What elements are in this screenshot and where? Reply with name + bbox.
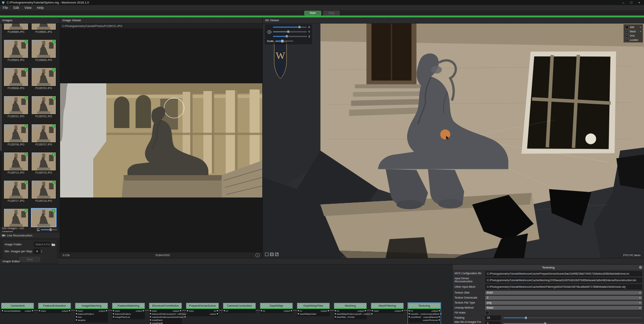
input-port[interactable]: ini bbox=[408, 309, 413, 312]
graph-node[interactable]: PrepareDenseScene input ini bbox=[186, 303, 219, 324]
input-port[interactable]: input bbox=[112, 309, 120, 312]
display-toggle[interactable]: ✓ SfM × bbox=[625, 25, 641, 29]
graph-node[interactable]: MeshFiltering input output bbox=[371, 303, 404, 324]
menu-item[interactable]: Edit bbox=[11, 6, 22, 10]
output-port[interactable]: extraInfoFolder bbox=[168, 316, 186, 319]
output-port[interactable]: output bbox=[320, 309, 330, 312]
thumbnail-photo[interactable]: ✓ bbox=[3, 124, 29, 143]
input-port[interactable] bbox=[186, 312, 187, 316]
input-port[interactable]: input bbox=[38, 309, 46, 312]
toggle-close-icon[interactable]: × bbox=[640, 26, 641, 29]
close-button[interactable]: × bbox=[638, 1, 640, 4]
axis-slider[interactable] bbox=[273, 36, 307, 37]
stepper-down-icon[interactable]: ▼ bbox=[41, 251, 42, 253]
thumbnail-photo[interactable]: ✓ bbox=[3, 152, 29, 171]
image-folder-field[interactable]: Select a Folder bbox=[34, 242, 50, 247]
input-port[interactable]: ini bbox=[260, 309, 265, 312]
graph-node[interactable]: CameraInit sensorDatabase output bbox=[1, 303, 34, 324]
graph-node[interactable]: StructureFromMotion input output bbox=[149, 303, 182, 324]
graph-node[interactable]: DepthMap ini output bbox=[260, 303, 293, 324]
image-thumbnail[interactable]: ✓ P1155715.JPG bbox=[31, 152, 57, 180]
input-port[interactable]: input bbox=[186, 309, 194, 312]
output-port[interactable]: output bbox=[394, 309, 404, 312]
output-port[interactable]: ini bbox=[214, 309, 219, 312]
graph-node[interactable]: DepthMapFilter ini output bbox=[297, 303, 330, 324]
thumbnail-photo[interactable]: ✓ bbox=[3, 208, 29, 227]
toggle-checkbox[interactable]: ✓ bbox=[625, 30, 629, 33]
image-thumbnail[interactable]: ✓ P1155706.JPG bbox=[3, 123, 29, 152]
input-port[interactable]: initialPairA bbox=[149, 319, 163, 322]
slider-value-field[interactable]: 3 bbox=[485, 321, 501, 324]
output-port[interactable] bbox=[255, 309, 256, 312]
graph-node-title[interactable]: FeatureMatching bbox=[112, 303, 145, 308]
image-thumbnail[interactable]: ✓ P1155695.JPG bbox=[31, 39, 57, 67]
thumbnail-photo[interactable]: ✓ bbox=[3, 24, 29, 30]
input-port[interactable]: depthMapFolder bbox=[334, 312, 354, 316]
output-port[interactable]: outputD...ruction bbox=[354, 312, 373, 316]
thumbnail-photo[interactable]: ✓ bbox=[31, 208, 56, 227]
file-path-field[interactable]: C:/PhotogrammetryTutorial/MeshroomCache/… bbox=[485, 271, 642, 276]
graph-editor-canvas[interactable]: CameraInit sensorDatabase output bbox=[0, 265, 452, 324]
image-thumbnail[interactable]: ✓ P1155712.JPG bbox=[3, 152, 29, 180]
graph-node[interactable]: ImageMatching input output bbox=[75, 303, 108, 324]
file-path-field[interactable]: C:/PhotogrammetryTutorial/MeshroomCache/… bbox=[485, 278, 642, 283]
thumbnail-photo[interactable]: ✓ bbox=[3, 96, 29, 115]
image-thumbnail[interactable]: ✓ P1155689.JPG bbox=[3, 24, 29, 39]
input-port[interactable]: featuresFolders bbox=[112, 312, 131, 316]
graph-node-title[interactable]: MeshFiltering bbox=[371, 303, 404, 308]
toggle-checkbox[interactable]: ✓ bbox=[625, 38, 629, 42]
graph-node-title[interactable]: PrepareDenseScene bbox=[186, 303, 219, 308]
property-checkbox[interactable] bbox=[485, 311, 489, 315]
dropdown-select[interactable]: png▾ bbox=[485, 301, 642, 305]
input-port[interactable]: weights bbox=[75, 319, 86, 322]
thumbnail-size-slider-knob[interactable] bbox=[50, 228, 52, 231]
image-thumbnail[interactable]: ✓ P1155700.JPG bbox=[31, 67, 57, 95]
output-port[interactable] bbox=[107, 319, 108, 322]
output-port[interactable]: outputTextures bbox=[423, 319, 441, 322]
output-port[interactable]: outputMaterial bbox=[423, 316, 441, 319]
image-thumbnail[interactable]: ✓ P1155702.JPG bbox=[31, 95, 57, 123]
graph-node-title[interactable]: Meshing bbox=[334, 303, 367, 308]
image-thumbnail[interactable]: ✓ P1155693.JPG bbox=[3, 39, 29, 67]
toggle-checkbox[interactable]: ✓ bbox=[625, 25, 629, 29]
toggle-checkbox[interactable]: ✓ bbox=[625, 34, 629, 37]
input-port[interactable]: ini bbox=[297, 309, 302, 312]
viewport-3d[interactable]: W bbox=[263, 24, 644, 258]
graph-node[interactable]: Meshing ini output depthMa bbox=[334, 303, 367, 324]
input-port[interactable] bbox=[408, 319, 409, 322]
graph-node-title[interactable]: DepthMap bbox=[260, 303, 293, 308]
scale-slider[interactable] bbox=[275, 40, 293, 42]
output-port[interactable]: output bbox=[62, 309, 71, 312]
textured-mode-icon[interactable] bbox=[275, 253, 278, 256]
thumbnail-photo[interactable]: ✓ bbox=[31, 68, 56, 86]
thumbnail-photo[interactable]: ✓ bbox=[3, 68, 29, 86]
output-port[interactable] bbox=[329, 312, 330, 316]
input-port[interactable]: depthMa...rFolder bbox=[334, 316, 355, 319]
dropdown-select[interactable]: Basic▾ bbox=[485, 306, 642, 310]
slider-value-field[interactable]: 15 bbox=[485, 316, 501, 320]
input-port[interactable]: inputDe...ruction bbox=[408, 312, 428, 316]
solid-mode-icon[interactable] bbox=[270, 253, 273, 256]
graph-node-title[interactable]: CameraInit bbox=[1, 303, 34, 308]
output-port[interactable]: output bbox=[136, 309, 145, 312]
graph-node-title[interactable]: ImageMatching bbox=[75, 303, 108, 308]
input-port[interactable]: input bbox=[75, 309, 83, 312]
output-port[interactable]: outputMesh bbox=[428, 312, 442, 316]
graph-node-title[interactable]: Texturing bbox=[408, 303, 441, 308]
image-thumbnail[interactable]: ✓ P1155701.JPG bbox=[3, 95, 29, 123]
wireframe-mode-icon[interactable] bbox=[265, 253, 268, 256]
input-port[interactable]: initialPairB bbox=[149, 322, 163, 324]
thumbnail-photo[interactable]: ✓ bbox=[31, 24, 56, 30]
start-button[interactable]: Start bbox=[304, 11, 321, 15]
dropdown-select[interactable]: 2▾ bbox=[485, 296, 642, 300]
graph-node[interactable]: Texturing ini output input bbox=[408, 303, 441, 324]
input-port[interactable]: ini bbox=[334, 309, 339, 312]
input-port[interactable]: sensorDatabase bbox=[1, 309, 21, 312]
gear-icon[interactable] bbox=[639, 266, 642, 269]
input-port[interactable]: matchesFolders bbox=[149, 316, 168, 319]
output-port[interactable] bbox=[107, 312, 108, 316]
output-port[interactable] bbox=[181, 322, 182, 324]
output-port[interactable] bbox=[144, 312, 145, 316]
axis-slider-knob[interactable] bbox=[287, 30, 289, 33]
output-port[interactable]: output bbox=[99, 309, 108, 312]
